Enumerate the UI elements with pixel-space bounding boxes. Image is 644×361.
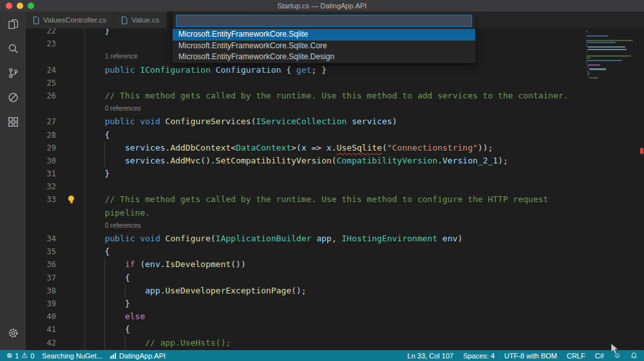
line-number: 28 [26, 129, 56, 142]
line-number: 40 [26, 310, 56, 323]
code-line[interactable]: 29 services.AddDbContext<DataContext>(x … [26, 142, 644, 154]
code-text: services.AddDbContext<DataContext>(x => … [64, 142, 493, 154]
project-name: DatingApp.API [119, 352, 166, 360]
line-number: 25 [26, 77, 56, 89]
tab-valuescontroller[interactable]: ValuesController.cs [26, 12, 114, 28]
line-number: 33 [26, 193, 56, 206]
error-icon: ⊗ [6, 350, 12, 361]
vscode-window: Startup.cs — DatingApp.API [0, 0, 644, 361]
line-number: 29 [26, 142, 56, 154]
window-title: Startup.cs — DatingApp.API [278, 2, 367, 10]
line-number: 23 [26, 37, 56, 50]
code-text: { [64, 129, 109, 142]
code-line[interactable]: 38 app.UseDeveloperExceptionPage(); [26, 284, 644, 297]
codelens-row: 0 references [26, 102, 644, 115]
source-control-icon[interactable] [0, 60, 26, 85]
code-text: { [64, 245, 109, 258]
line-number: 36 [26, 258, 56, 271]
line-number: 37 [26, 272, 56, 284]
settings-gear-icon[interactable] [0, 320, 26, 345]
code-line[interactable]: 28 { [26, 129, 644, 142]
indentation-indicator[interactable]: Spaces: 4 [463, 352, 495, 360]
minimap[interactable] [582, 31, 639, 80]
debug-icon[interactable] [0, 85, 26, 109]
code-text: public void Configure(IApplicationBuilde… [64, 232, 462, 245]
project-indicator[interactable]: DatingApp.API [110, 352, 166, 360]
code-line[interactable]: 39 } [26, 297, 644, 310]
code-line[interactable]: 24 public IConfiguration Configuration {… [26, 64, 644, 77]
line-number: 30 [26, 154, 56, 167]
code-text: { [64, 323, 130, 336]
error-count: 1 [15, 352, 19, 360]
minimize-window-button[interactable] [17, 3, 23, 9]
line-number: 38 [26, 284, 56, 297]
code-text: public void ConfigureServices(IServiceCo… [64, 115, 397, 128]
eol-indicator[interactable]: CRLF [567, 352, 585, 360]
code-text: public IConfiguration Configuration { ge… [64, 64, 327, 77]
quick-input-item[interactable]: Microsoft.EntityFrameworkCore.Sqlite.Cor… [173, 41, 475, 52]
file-icon [33, 16, 39, 24]
status-bar: ⊗ 1 ⚠ 0 Searching NuGet... DatingApp.API… [0, 350, 644, 361]
code-line[interactable]: 34 public void Configure(IApplicationBui… [26, 232, 644, 245]
code-text: } [64, 167, 109, 180]
code-line[interactable]: 36 if (env.IsDevelopment()) [26, 258, 644, 271]
code-line[interactable]: 27 public void ConfigureServices(IServic… [26, 115, 644, 128]
line-number: 42 [26, 337, 56, 349]
tab-label: Value.cs [131, 16, 159, 24]
codelens-row: 0 references [26, 219, 644, 232]
line-number: 35 [26, 245, 56, 258]
cursor-position[interactable]: Ln 33, Col 107 [408, 352, 454, 360]
close-window-button[interactable] [6, 3, 12, 9]
code-line[interactable]: 37 { [26, 272, 644, 284]
tab-value[interactable]: Value.cs [114, 12, 167, 28]
quick-input-item[interactable]: Microsoft.EntityFrameworkCore.Sqlite [173, 29, 475, 41]
tab-label: ValuesController.cs [43, 16, 106, 24]
status-message: Searching NuGet... [42, 352, 102, 360]
code-line[interactable]: 25 [26, 77, 644, 89]
code-line[interactable]: 32 [26, 180, 644, 193]
quick-input-field[interactable] [176, 15, 472, 27]
code-line[interactable]: 42 // app.UseHsts(); [26, 337, 644, 349]
code-line[interactable]: 30 services.AddMvc().SetCompatibilityVer… [26, 154, 644, 167]
code-text: } [64, 28, 109, 37]
quick-input-item[interactable]: Microsoft.EntityFrameworkCore.Sqlite.Des… [173, 51, 475, 63]
language-indicator[interactable]: C# [595, 352, 604, 360]
line-number: 26 [26, 89, 56, 102]
editor[interactable]: 22 }231 reference24 public IConfiguratio… [26, 28, 644, 350]
warning-icon: ⚠ [21, 350, 28, 361]
file-icon [121, 16, 128, 24]
code-line[interactable]: pipeline. [26, 207, 644, 219]
code-text: // This method gets called by the runtim… [64, 193, 548, 206]
code-line[interactable]: 35 { [26, 245, 644, 258]
extensions-icon[interactable] [0, 109, 26, 134]
codelens-label[interactable]: 1 reference [105, 53, 138, 60]
code-line[interactable]: 41 { [26, 323, 644, 336]
explorer-icon[interactable] [0, 12, 26, 36]
line-number: 32 [26, 180, 56, 193]
problems-indicator[interactable]: ⊗ 1 ⚠ 0 [6, 350, 34, 361]
code-text: // app.UseHsts(); [64, 337, 231, 349]
code-line[interactable]: 31 } [26, 167, 644, 180]
code-lines: 22 }231 reference24 public IConfiguratio… [26, 28, 644, 349]
line-number: 24 [26, 64, 56, 77]
code-line[interactable]: 33 // This method gets called by the run… [26, 193, 644, 206]
macos-traffic-lights [6, 3, 34, 9]
line-number: 27 [26, 115, 56, 128]
code-text: services.AddMvc().SetCompatibilityVersio… [64, 154, 508, 167]
codelens-label[interactable]: 0 references [105, 222, 141, 229]
notifications-bell-icon[interactable] [630, 352, 638, 359]
codelens-label[interactable]: 0 references [105, 105, 141, 112]
code-text: // This method gets called by the runtim… [64, 89, 569, 102]
quick-input-widget: Microsoft.EntityFrameworkCore.SqliteMicr… [173, 12, 475, 63]
code-line[interactable]: 40 else [26, 310, 644, 323]
encoding-indicator[interactable]: UTF-8 with BOM [504, 352, 557, 360]
cursor-watermark [611, 344, 619, 355]
warning-count: 0 [30, 352, 34, 360]
code-text: { [64, 272, 130, 284]
line-number: 39 [26, 297, 56, 310]
zoom-window-button[interactable] [28, 3, 34, 9]
search-icon[interactable] [0, 36, 26, 60]
code-line[interactable]: 26 // This method gets called by the run… [26, 89, 644, 102]
quick-input-list: Microsoft.EntityFrameworkCore.SqliteMicr… [173, 29, 475, 63]
line-number: 41 [26, 323, 56, 336]
